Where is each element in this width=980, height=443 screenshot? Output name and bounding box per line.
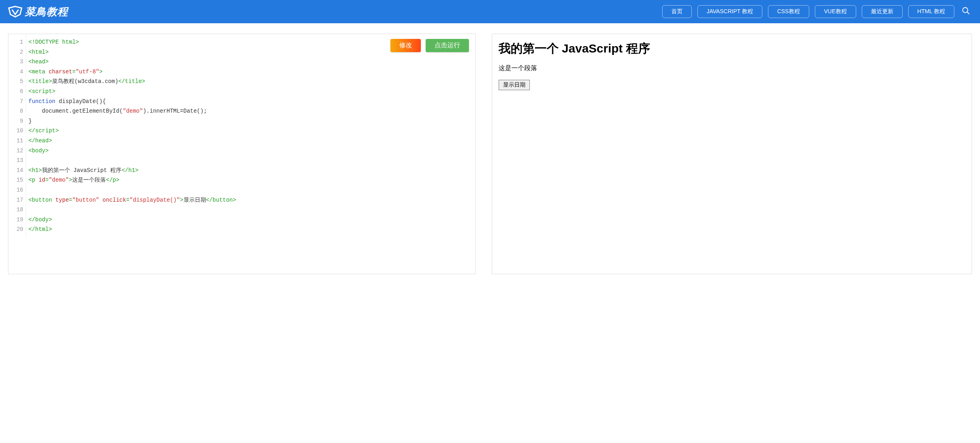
nav-html[interactable]: HTML 教程 — [908, 5, 954, 18]
code-line[interactable]: <meta charset="utf-8"> — [28, 67, 473, 77]
code-line[interactable]: <title>菜鸟教程(w3cdata.com)</title> — [28, 77, 473, 87]
nav-vue[interactable]: VUE教程 — [815, 5, 856, 18]
line-number: 14 — [8, 166, 23, 176]
code-editor-pane: 修改 点击运行 1234567891011121314151617181920 … — [8, 34, 476, 274]
code-line[interactable]: document.getElementById("demo").innerHTM… — [28, 106, 473, 116]
code-line[interactable]: <body> — [28, 146, 473, 156]
nav-recent[interactable]: 最近更新 — [862, 5, 903, 18]
line-number: 8 — [8, 106, 23, 116]
line-number: 5 — [8, 77, 23, 87]
preview-paragraph: 这是一个段落 — [499, 64, 966, 73]
code-line[interactable] — [28, 185, 473, 195]
code-line[interactable]: <h1>我的第一个 JavaScript 程序</h1> — [28, 166, 473, 176]
show-date-button[interactable]: 显示日期 — [499, 80, 530, 90]
code-line[interactable]: function displayDate(){ — [28, 97, 473, 107]
line-number: 19 — [8, 215, 23, 225]
line-number: 1 — [8, 37, 23, 47]
line-number: 6 — [8, 87, 23, 97]
line-number: 7 — [8, 97, 23, 107]
line-number: 13 — [8, 156, 23, 166]
preview-heading: 我的第一个 JavaScript 程序 — [499, 40, 966, 57]
line-number: 9 — [8, 116, 23, 126]
line-number: 20 — [8, 225, 23, 235]
nav-home[interactable]: 首页 — [662, 5, 692, 18]
line-number: 2 — [8, 47, 23, 57]
line-number: 3 — [8, 57, 23, 67]
run-button[interactable]: 点击运行 — [426, 39, 469, 52]
line-number: 4 — [8, 67, 23, 77]
code-line[interactable]: <head> — [28, 57, 473, 67]
code-line[interactable]: } — [28, 116, 473, 126]
preview-pane: 我的第一个 JavaScript 程序 这是一个段落 显示日期 — [492, 34, 972, 274]
line-number: 18 — [8, 205, 23, 215]
code-line[interactable]: <script> — [28, 87, 473, 97]
code-area[interactable]: <!DOCTYPE html><html><head><meta charset… — [26, 34, 475, 238]
svg-point-0 — [963, 8, 968, 13]
code-line[interactable]: <button type="button" onclick="displayDa… — [28, 195, 473, 205]
logo-icon — [8, 6, 22, 18]
logo-text: 菜鳥教程 — [25, 5, 68, 19]
line-number: 11 — [8, 136, 23, 146]
code-line[interactable]: </html> — [28, 225, 473, 235]
preview-content: 我的第一个 JavaScript 程序 这是一个段落 显示日期 — [499, 40, 966, 90]
main-content: 修改 点击运行 1234567891011121314151617181920 … — [0, 23, 980, 285]
code-line[interactable]: </head> — [28, 136, 473, 146]
code-line[interactable]: </body> — [28, 215, 473, 225]
editor-toolbar: 修改 点击运行 — [390, 39, 469, 52]
line-number: 16 — [8, 185, 23, 195]
site-logo[interactable]: 菜鳥教程 — [8, 5, 68, 19]
nav-css[interactable]: CSS教程 — [768, 5, 809, 18]
search-icon[interactable] — [960, 5, 972, 18]
top-header: 菜鳥教程 首页 JAVASCRIPT 教程 CSS教程 VUE教程 最近更新 H… — [0, 0, 980, 23]
svg-line-1 — [967, 12, 970, 14]
code-line[interactable] — [28, 156, 473, 166]
code-line[interactable]: </script> — [28, 126, 473, 136]
top-nav: 首页 JAVASCRIPT 教程 CSS教程 VUE教程 最近更新 HTML 教… — [662, 5, 972, 18]
edit-button[interactable]: 修改 — [390, 39, 421, 52]
code-editor[interactable]: 1234567891011121314151617181920 <!DOCTYP… — [8, 34, 475, 238]
line-number: 15 — [8, 175, 23, 185]
line-number: 17 — [8, 195, 23, 205]
nav-javascript[interactable]: JAVASCRIPT 教程 — [697, 5, 762, 18]
line-number: 12 — [8, 146, 23, 156]
code-line[interactable]: <p id="demo">这是一个段落</p> — [28, 175, 473, 185]
line-gutter: 1234567891011121314151617181920 — [8, 34, 26, 238]
code-line[interactable] — [28, 205, 473, 215]
line-number: 10 — [8, 126, 23, 136]
